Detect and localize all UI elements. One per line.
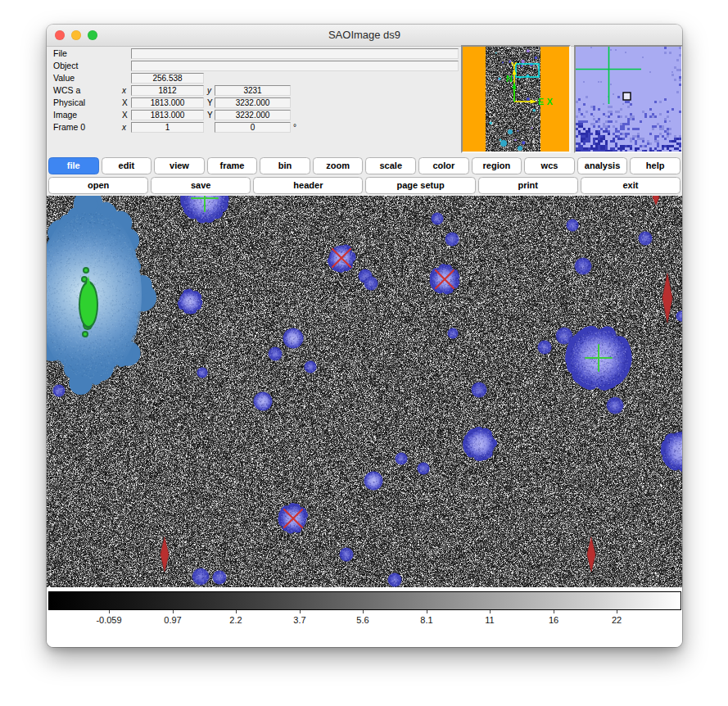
tick-label: 0.97 <box>164 615 181 625</box>
tick-label: -0.059 <box>96 615 121 625</box>
image-canvas[interactable] <box>47 196 682 587</box>
panner-panel[interactable] <box>461 45 571 153</box>
colorbar[interactable] <box>48 591 681 610</box>
menu-color-button[interactable]: color <box>418 157 469 174</box>
tick-mark <box>427 610 427 613</box>
frame-zoom-sublabel: x <box>122 122 126 133</box>
ds9-window: SAOImage ds9 File Object Value 256.538 W… <box>47 25 682 647</box>
image-label: Image <box>53 110 77 120</box>
physical-y-field: 3232.000 <box>215 97 291 108</box>
frame-zoom-field: 1 <box>131 122 204 133</box>
object-field <box>131 61 459 71</box>
menu-file-button[interactable]: file <box>48 157 99 174</box>
tick-mark <box>363 610 364 613</box>
tick-mark <box>300 610 301 613</box>
object-label: Object <box>53 61 78 71</box>
print-button[interactable]: print <box>478 177 578 194</box>
physical-y-sublabel: Y <box>207 97 213 108</box>
physical-label: Physical <box>53 97 85 108</box>
tick-mark <box>173 610 174 613</box>
menu-help-button[interactable]: help <box>630 157 681 174</box>
tick-label: 16 <box>549 615 558 625</box>
physical-row: Physical X 1813.000 Y 3232.000 <box>47 97 461 108</box>
page-setup-button[interactable]: page setup <box>365 177 475 194</box>
file-row: File <box>47 48 461 59</box>
tick-label: 8.1 <box>420 615 432 625</box>
frame-row: Frame 0 x 1 0 ° <box>47 122 461 133</box>
menu-region-button[interactable]: region <box>472 157 522 174</box>
wcs-x-field: 1812 <box>131 85 204 96</box>
menu-bin-button[interactable]: bin <box>260 157 310 174</box>
tick-label: 5.6 <box>356 615 369 625</box>
header-button[interactable]: header <box>253 177 363 194</box>
image-x-field: 1813.000 <box>131 110 204 120</box>
exit-button[interactable]: exit <box>581 177 681 194</box>
window-title: SAOImage ds9 <box>47 25 682 46</box>
tick-mark <box>236 610 237 613</box>
magnifier-panel[interactable] <box>574 45 682 153</box>
menu-zoom-button[interactable]: zoom <box>313 157 364 174</box>
tick-mark <box>109 610 110 613</box>
physical-x-sublabel: X <box>122 97 128 108</box>
tick-mark <box>490 610 491 613</box>
tick-label: 22 <box>612 615 622 625</box>
panner-canvas[interactable] <box>463 47 569 152</box>
menu-scale-button[interactable]: scale <box>365 157 416 174</box>
tick-label: 11 <box>485 615 494 625</box>
image-x-sublabel: X <box>122 110 128 120</box>
file-label: File <box>53 48 67 59</box>
menu-edit-button[interactable]: edit <box>102 157 152 174</box>
image-row: Image X 1813.000 Y 3232.000 <box>47 110 461 120</box>
tick-mark <box>617 610 617 613</box>
image-y-sublabel: Y <box>207 110 213 120</box>
wcs-y-field: 3231 <box>215 85 291 96</box>
wcs-row: WCS a x 1812 y 3231 <box>47 85 461 96</box>
save-button[interactable]: save <box>151 177 251 194</box>
tick-label: 2.2 <box>229 615 242 625</box>
object-row: Object <box>47 61 461 71</box>
menu-analysis-button[interactable]: analysis <box>577 157 628 174</box>
value-field: 256.538 <box>131 73 204 84</box>
tick-mark <box>554 610 554 613</box>
file-field <box>131 48 459 59</box>
wcs-y-sublabel: y <box>207 85 211 96</box>
wcs-x-sublabel: x <box>122 85 126 96</box>
value-row: Value 256.538 <box>47 73 461 84</box>
frame-rotate-field: 0 <box>215 122 291 133</box>
menu-wcs-button[interactable]: wcs <box>524 157 575 174</box>
titlebar[interactable]: SAOImage ds9 <box>47 25 682 47</box>
frame-label: Frame 0 <box>53 122 85 133</box>
physical-x-field: 1813.000 <box>131 97 204 108</box>
menu-view-button[interactable]: view <box>154 157 205 174</box>
wcs-label: WCS a <box>53 85 80 96</box>
magnifier-canvas[interactable] <box>576 47 681 152</box>
open-button[interactable]: open <box>48 177 148 194</box>
value-label: Value <box>53 73 75 84</box>
degree-symbol: ° <box>293 122 296 133</box>
tick-label: 3.7 <box>293 615 305 625</box>
image-y-field: 3232.000 <box>215 110 291 120</box>
toolbar: open save header page setup print exit <box>48 177 681 194</box>
menu-frame-button[interactable]: frame <box>207 157 258 174</box>
menubar: file edit view frame bin zoom scale colo… <box>48 157 681 174</box>
